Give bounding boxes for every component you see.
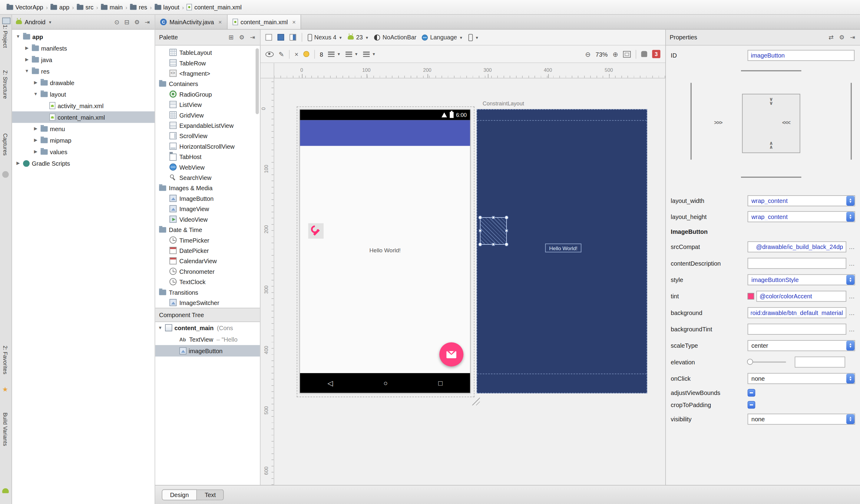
palette-item[interactable]: ExpandableListView (155, 120, 260, 131)
stepper-icon[interactable]: ▲▼ (846, 414, 855, 424)
anchor-handle[interactable] (479, 229, 482, 232)
show-constraints-icon[interactable] (266, 51, 274, 57)
browse-button[interactable]: … (848, 293, 855, 300)
guideline-selector[interactable]: ▼ (363, 51, 376, 57)
palette-item[interactable]: ListView (155, 99, 260, 110)
tint-input[interactable]: @color/colorAccent (757, 291, 846, 302)
blueprint-textview[interactable]: Hello World! (545, 244, 582, 252)
tree-item-manifests[interactable]: ▶manifests (12, 42, 155, 54)
tool-button-favorites[interactable]: 2: Favorites (2, 346, 8, 374)
breadcrumb-item[interactable]: VectorApp (5, 4, 44, 11)
tree-item-values[interactable]: ▶values (12, 146, 155, 158)
locate-file-button[interactable]: ⊙ (113, 18, 120, 26)
visibility-select[interactable]: none▲▼ (748, 414, 855, 424)
stepper-icon[interactable]: ▲▼ (846, 373, 855, 384)
zoom-to-fit-icon[interactable] (623, 51, 631, 58)
palette-item[interactable]: CalendarView (155, 256, 260, 266)
onclick-select[interactable]: none▲▼ (748, 373, 855, 384)
zoom-in-button[interactable]: ⊕ (613, 50, 618, 58)
chevron-down-icon[interactable]: ▼ (24, 69, 30, 73)
tree-item-res[interactable]: ▼res (12, 66, 155, 77)
api-selector[interactable]: 23▼ (348, 34, 369, 41)
palette-item[interactable]: TimePicker (155, 235, 260, 245)
palette-group[interactable]: Date & Time (155, 225, 260, 235)
tree-item-java[interactable]: ▶java (12, 54, 155, 65)
orientation-selector[interactable]: ▼ (469, 34, 479, 41)
tree-item-content-main[interactable]: content_main.xml (12, 112, 155, 123)
tree-item-activity-main[interactable]: activity_main.xml (12, 100, 155, 112)
constraint-widget[interactable]: ∨∨ ∧∧ >>> <<< (666, 66, 860, 193)
palette-group[interactable]: Images & Media (155, 183, 260, 193)
pan-icon[interactable] (641, 51, 647, 57)
chevron-down-icon[interactable]: ▼ (157, 325, 163, 330)
palette-item[interactable]: <fragment> (155, 68, 260, 78)
browse-button[interactable]: … (848, 260, 855, 267)
breadcrumb-item[interactable]: main (100, 4, 124, 11)
tree-item-layout[interactable]: ▼layout (12, 88, 155, 100)
tab-mainactivity[interactable]: C MainActivity.java × (155, 15, 227, 29)
stepper-icon[interactable]: ▲▼ (846, 196, 855, 206)
palette-item[interactable]: RadioGroup (155, 89, 260, 99)
tree-item-mipmap[interactable]: ▶mipmap (12, 134, 155, 146)
palette-item[interactable]: WebView (155, 162, 260, 172)
breadcrumb-item[interactable]: app (49, 4, 70, 11)
locale-selector[interactable]: Language▼ (422, 34, 463, 41)
palette-item[interactable]: TabHost (155, 152, 260, 162)
chevron-right-icon[interactable]: ▶ (33, 149, 39, 154)
chevron-right-icon[interactable]: ▶ (15, 161, 21, 166)
imagebutton-selection[interactable] (480, 217, 507, 245)
contentdescription-input[interactable] (748, 258, 846, 269)
default-margin-value[interactable]: 8 (320, 51, 323, 58)
palette-item[interactable]: TableLayout (155, 47, 260, 58)
palette-item[interactable]: TextClock (155, 276, 260, 287)
scrollbar[interactable] (256, 48, 259, 114)
switch-view-icon[interactable]: ⇄ (828, 34, 835, 41)
resize-handle[interactable] (478, 243, 482, 247)
breadcrumb-item[interactable]: content_main.xml (186, 4, 243, 11)
scaletype-select[interactable]: center▲▼ (748, 340, 855, 351)
browse-button[interactable]: … (848, 244, 855, 250)
style-select[interactable]: imageButtonStyle▲▼ (748, 274, 855, 285)
align-selector[interactable]: ▼ (345, 51, 358, 57)
tab-content-main[interactable]: content_main.xml × (227, 15, 301, 29)
anchor-handle[interactable] (492, 216, 494, 219)
adjustviewbounds-checkbox[interactable] (748, 389, 755, 397)
tree-item-drawable[interactable]: ▶drawable (12, 77, 155, 88)
imagebutton-wrench[interactable] (308, 223, 324, 239)
breadcrumb-item[interactable]: res (129, 4, 148, 11)
activity-content[interactable]: Hello World! (300, 146, 470, 373)
component-textview[interactable]: Ab TextView – "Hello (155, 333, 260, 345)
design-surface[interactable]: 0 100 200 300 400 500 0 100 200 300 400 … (260, 63, 665, 485)
anchor-handle[interactable] (505, 229, 508, 232)
palette-item[interactable]: ImageButton (155, 193, 260, 203)
croptopadding-checkbox[interactable] (748, 401, 755, 408)
constraint-box[interactable]: ∨∨ ∧∧ (742, 94, 800, 153)
design-mode-icon[interactable] (266, 34, 272, 41)
clear-constraints-icon[interactable]: × (295, 50, 299, 58)
chevron-right-icon[interactable]: ▶ (33, 80, 39, 85)
zoom-out-button[interactable]: ⊖ (585, 50, 590, 58)
anchor-handle[interactable] (492, 243, 494, 246)
fab-button[interactable] (440, 342, 463, 366)
hello-world-text[interactable]: Hello World! (300, 247, 470, 254)
palette-item[interactable]: ImageView (155, 203, 260, 214)
layout-width-select[interactable]: wrap_content▲▼ (748, 195, 855, 206)
elevation-slider[interactable] (748, 362, 786, 363)
chevron-down-icon[interactable]: ▼ (15, 34, 21, 39)
palette-item[interactable]: ImageSwitcher (155, 298, 260, 308)
tool-button-build-variants[interactable]: Build Variants (2, 413, 8, 446)
tree-item-gradle-scripts[interactable]: ▶Gradle Scripts (12, 158, 155, 169)
collapse-all-button[interactable]: ⊟ (123, 18, 130, 26)
palette-item[interactable]: GridView (155, 110, 260, 120)
tree-item-menu[interactable]: ▶menu (12, 123, 155, 134)
tab-design[interactable]: Design (162, 489, 197, 500)
tree-item-app[interactable]: ▼app (12, 31, 155, 42)
palette-item[interactable]: DatePicker (155, 245, 260, 256)
color-swatch[interactable] (748, 293, 754, 300)
stepper-icon[interactable]: ▲▼ (846, 275, 855, 285)
background-input[interactable]: @android:drawable/btn_default_material (748, 307, 846, 318)
palette-group[interactable]: Containers (155, 78, 260, 89)
both-mode-icon[interactable] (289, 34, 296, 41)
chevron-right-icon[interactable]: ▶ (33, 126, 39, 131)
backgroundtint-input[interactable] (748, 324, 846, 335)
